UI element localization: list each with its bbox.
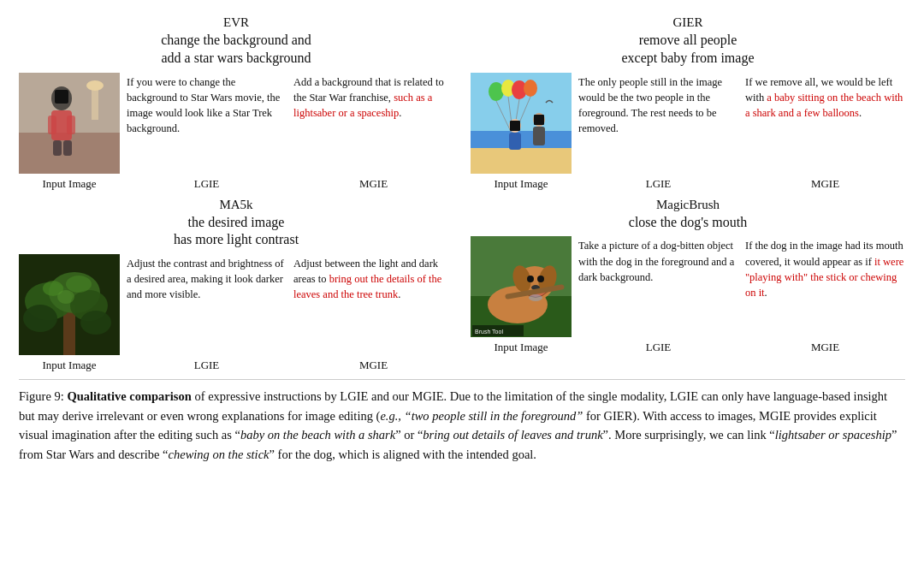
evr-lgie-desc: If you were to change the background to … bbox=[127, 73, 287, 137]
magicbrush-input-image: Brush Tool bbox=[471, 236, 572, 337]
figure-caption: Figure 9: Qualitative comparison of expr… bbox=[19, 379, 905, 464]
ma5k-input-label: Input Image bbox=[19, 359, 120, 372]
svg-point-33 bbox=[23, 305, 57, 332]
magicbrush-mgie-label: MGIE bbox=[745, 341, 905, 354]
right-bottom-panel: MagicBrush close the dog's mouth bbox=[471, 198, 905, 373]
svg-point-34 bbox=[80, 311, 111, 335]
gier-input-label: Input Image bbox=[471, 177, 572, 191]
svg-rect-6 bbox=[53, 140, 62, 156]
evr-input-label: Input Image bbox=[19, 177, 120, 191]
gier-input-image bbox=[471, 73, 572, 174]
svg-rect-25 bbox=[533, 127, 545, 145]
right-bottom-title: close the dog's mouth bbox=[471, 214, 905, 232]
evr-mgie-desc: Add a background that is related to the … bbox=[293, 73, 453, 121]
gier-label: GIER bbox=[471, 15, 905, 30]
svg-point-48 bbox=[529, 294, 542, 301]
figure-num: Figure 9: bbox=[19, 389, 64, 403]
evr-label: EVR bbox=[19, 15, 453, 30]
svg-point-17 bbox=[524, 80, 537, 97]
svg-rect-27 bbox=[534, 115, 544, 125]
gier-mgie-label: MGIE bbox=[745, 177, 905, 191]
ma5k-input-image bbox=[19, 254, 120, 355]
magicbrush-lgie-desc: Take a picture of a dog-bitten object wi… bbox=[578, 236, 738, 284]
svg-rect-10 bbox=[55, 90, 68, 104]
svg-point-14 bbox=[489, 82, 504, 101]
magicbrush-label: MagicBrush bbox=[471, 198, 905, 212]
svg-rect-4 bbox=[48, 116, 56, 134]
svg-point-44 bbox=[527, 276, 534, 282]
evr-mgie-label: MGIE bbox=[293, 177, 453, 191]
svg-point-45 bbox=[537, 276, 544, 282]
ma5k-mgie-desc: Adjust between the light and dark areas … bbox=[293, 254, 453, 302]
svg-rect-5 bbox=[67, 116, 75, 134]
evr-input-image bbox=[19, 73, 120, 174]
magicbrush-lgie-label: LGIE bbox=[578, 341, 738, 354]
evr-lgie-label: LGIE bbox=[127, 177, 287, 191]
left-bottom-panel: MA5k the desired image has more light co… bbox=[19, 198, 453, 373]
svg-rect-13 bbox=[471, 148, 572, 174]
svg-point-9 bbox=[86, 80, 104, 91]
svg-point-37 bbox=[57, 290, 74, 304]
magicbrush-mgie-desc: If the dog in the image had its mouth co… bbox=[745, 236, 905, 300]
left-top-panel: EVR change the background and add a star… bbox=[19, 15, 453, 191]
gier-lgie-desc: The only people still in the image would… bbox=[578, 73, 738, 137]
ma5k-label: MA5k bbox=[19, 198, 453, 212]
svg-text:Brush Tool: Brush Tool bbox=[475, 329, 503, 335]
caption-bold: Qualitative comparison bbox=[67, 389, 191, 403]
ma5k-mgie-label: MGIE bbox=[293, 359, 453, 372]
gier-lgie-label: LGIE bbox=[578, 177, 738, 191]
svg-rect-26 bbox=[510, 121, 520, 131]
left-bottom-title: the desired image has more light contras… bbox=[19, 214, 453, 250]
svg-rect-23 bbox=[509, 133, 521, 150]
magicbrush-input-label: Input Image bbox=[471, 341, 572, 354]
left-top-title: change the background and add a star war… bbox=[19, 32, 453, 68]
ma5k-lgie-label: LGIE bbox=[127, 359, 287, 372]
right-top-panel: GIER remove all people except baby from … bbox=[471, 15, 905, 191]
right-top-title: remove all people except baby from image bbox=[471, 32, 905, 68]
gier-mgie-desc: If we remove all, we would be left with … bbox=[745, 73, 905, 121]
ma5k-lgie-desc: Adjust the contrast and brightness of a … bbox=[127, 254, 287, 302]
svg-point-36 bbox=[66, 276, 92, 293]
svg-rect-7 bbox=[63, 140, 72, 156]
